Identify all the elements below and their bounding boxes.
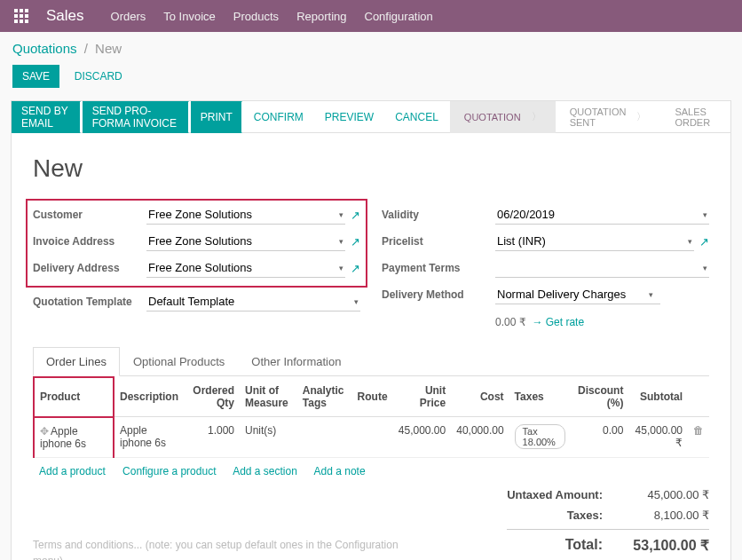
cell-qty[interactable]: 1.000 — [186, 417, 240, 458]
nav-reporting[interactable]: Reporting — [296, 10, 346, 23]
statusbar: SEND BY EMAIL SEND PRO-FORMA INVOICE PRI… — [12, 101, 730, 133]
col-description: Description — [114, 377, 186, 417]
cell-cost[interactable]: 40,000.00 — [451, 417, 509, 458]
col-discount: Discount (%) — [571, 377, 629, 417]
svg-rect-4 — [20, 14, 23, 18]
add-section-link[interactable]: Add a section — [233, 465, 297, 477]
quotation-template-input[interactable] — [146, 292, 360, 312]
configure-product-link[interactable]: Configure a product — [122, 465, 216, 477]
delivery-method-input[interactable] — [495, 285, 660, 304]
invoice-address-label: Invoice Address — [33, 235, 146, 248]
apps-icon[interactable] — [14, 9, 28, 23]
confirm-button[interactable]: CONFIRM — [244, 101, 313, 133]
col-uom: Unit of Measure — [240, 377, 297, 417]
col-product: Product — [34, 377, 114, 417]
customer-label: Customer — [33, 209, 146, 221]
col-tags: Analytic Tags — [297, 377, 352, 417]
external-link-icon[interactable]: ↗ — [351, 262, 360, 275]
order-lines-table: Product Description Ordered Qty Unit of … — [33, 376, 709, 485]
breadcrumb: Quotations / New — [0, 32, 742, 58]
delivery-address-input[interactable] — [146, 258, 345, 278]
cancel-button[interactable]: CANCEL — [385, 101, 448, 133]
nav-to-invoice[interactable]: To Invoice — [163, 10, 216, 23]
external-link-icon[interactable]: ↗ — [699, 235, 709, 248]
app-brand[interactable]: Sales — [46, 7, 84, 25]
svg-rect-2 — [25, 9, 28, 12]
cell-uom[interactable]: Unit(s) — [240, 417, 297, 458]
form-sheet: SEND BY EMAIL SEND PRO-FORMA INVOICE PRI… — [11, 100, 731, 560]
external-link-icon[interactable]: ↗ — [351, 235, 360, 248]
svg-rect-1 — [20, 9, 23, 12]
record-title: New — [33, 154, 709, 183]
trash-icon[interactable]: 🗑 — [693, 424, 704, 437]
col-route: Route — [352, 377, 393, 417]
add-note-link[interactable]: Add a note — [314, 465, 366, 477]
notebook-tabs: Order Lines Optional Products Other Info… — [33, 346, 709, 376]
svg-rect-6 — [14, 20, 18, 23]
col-cost: Cost — [451, 377, 509, 417]
cell-route[interactable] — [352, 417, 393, 458]
svg-rect-8 — [25, 20, 28, 23]
validity-input[interactable] — [495, 205, 709, 225]
untaxed-value: 45,000.00 — [620, 488, 709, 501]
validity-label: Validity — [382, 209, 495, 221]
totals: Untaxed Amount:45,000.00 Taxes:8,100.00 … — [507, 485, 709, 561]
tab-other-information[interactable]: Other Information — [238, 347, 354, 376]
save-button[interactable]: SAVE — [12, 65, 59, 88]
tab-order-lines[interactable]: Order Lines — [33, 347, 120, 376]
nav-configuration[interactable]: Configuration — [365, 10, 433, 23]
svg-rect-7 — [20, 20, 23, 23]
breadcrumb-current: New — [95, 41, 122, 56]
nav-orders[interactable]: Orders — [111, 10, 146, 23]
breadcrumb-root[interactable]: Quotations — [12, 41, 77, 56]
tax-pill[interactable]: Tax 18.00% — [515, 424, 565, 449]
delivery-address-label: Delivery Address — [33, 262, 146, 274]
external-link-icon[interactable]: ↗ — [351, 209, 360, 222]
print-button[interactable]: PRINT — [191, 101, 242, 133]
cell-subtotal: 45,000.00 ₹ — [628, 417, 688, 458]
form-buttons: SAVE DISCARD — [0, 58, 742, 100]
quotation-template-label: Quotation Template — [33, 296, 146, 308]
taxes-value: 8,100.00 — [620, 509, 709, 522]
payment-terms-label: Payment Terms — [382, 262, 495, 274]
top-navbar: Sales Orders To Invoice Products Reporti… — [0, 0, 742, 32]
taxes-label: Taxes: — [514, 509, 620, 522]
status-sales-order[interactable]: SALES ORDER — [660, 101, 730, 133]
invoice-address-input[interactable] — [146, 232, 345, 251]
rate-amount: 0.00 ₹ — [495, 316, 526, 328]
total-label: Total: — [514, 537, 620, 554]
cell-tags[interactable] — [297, 417, 352, 458]
customer-input[interactable] — [146, 205, 345, 225]
total-value: 53,100.00 — [620, 537, 709, 554]
pricelist-label: Pricelist — [382, 235, 495, 248]
tab-optional-products[interactable]: Optional Products — [120, 347, 238, 376]
col-qty: Ordered Qty — [186, 377, 240, 417]
delivery-method-label: Delivery Method — [382, 288, 495, 301]
payment-terms-input[interactable] — [495, 258, 709, 278]
svg-rect-0 — [14, 9, 18, 12]
preview-button[interactable]: PREVIEW — [315, 101, 383, 133]
cell-description[interactable]: Apple iphone 6s — [114, 417, 186, 458]
send-email-button[interactable]: SEND BY EMAIL — [12, 101, 81, 133]
customer-highlight: Customer ▾ ↗ Invoice Address ▾ ↗ Deliver… — [26, 199, 367, 288]
get-rate-link[interactable]: → Get rate — [532, 316, 584, 328]
status-quotation[interactable]: QUOTATION〉 — [450, 101, 556, 133]
drag-handle-icon[interactable]: ✥ — [40, 425, 49, 438]
col-subtotal: Subtotal — [628, 377, 688, 417]
status-quotation-sent[interactable]: QUOTATION SENT〉 — [556, 101, 661, 133]
svg-rect-5 — [25, 14, 28, 18]
cell-price[interactable]: 45,000.00 — [393, 417, 452, 458]
svg-rect-3 — [14, 14, 18, 18]
nav-products[interactable]: Products — [233, 10, 279, 23]
pricelist-input[interactable] — [495, 232, 694, 251]
discard-button[interactable]: DISCARD — [65, 65, 132, 88]
send-proforma-button[interactable]: SEND PRO-FORMA INVOICE — [83, 101, 189, 133]
terms-placeholder[interactable]: Terms and conditions... (note: you can s… — [33, 519, 405, 561]
untaxed-label: Untaxed Amount: — [507, 488, 620, 501]
cell-discount[interactable]: 0.00 — [571, 417, 629, 458]
col-taxes: Taxes — [509, 377, 571, 417]
col-price: Unit Price — [393, 377, 452, 417]
add-product-link[interactable]: Add a product — [39, 465, 106, 477]
table-row[interactable]: ✥Apple iphone 6s Apple iphone 6s 1.000 U… — [34, 417, 709, 458]
